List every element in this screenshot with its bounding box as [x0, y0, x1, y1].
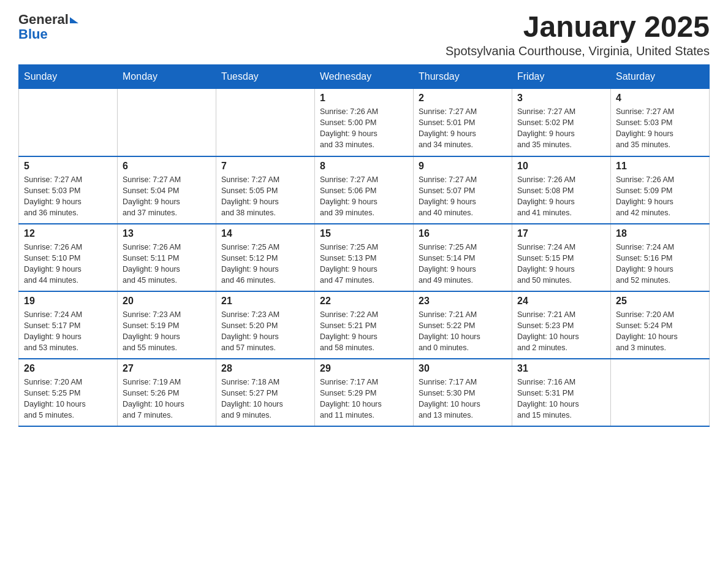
calendar-week-row: 1Sunrise: 7:26 AM Sunset: 5:00 PM Daylig…: [19, 89, 710, 156]
table-row: [19, 89, 118, 156]
table-row: 2Sunrise: 7:27 AM Sunset: 5:01 PM Daylig…: [414, 89, 512, 156]
day-info: Sunrise: 7:26 AM Sunset: 5:08 PM Dayligh…: [517, 174, 605, 219]
calendar-week-row: 5Sunrise: 7:27 AM Sunset: 5:03 PM Daylig…: [19, 156, 710, 224]
table-row: 27Sunrise: 7:19 AM Sunset: 5:26 PM Dayli…: [118, 359, 216, 426]
day-number: 4: [616, 93, 704, 104]
day-number: 23: [419, 296, 507, 307]
day-number: 7: [221, 161, 309, 172]
day-info: Sunrise: 7:25 AM Sunset: 5:12 PM Dayligh…: [221, 242, 309, 286]
table-row: 13Sunrise: 7:26 AM Sunset: 5:11 PM Dayli…: [118, 224, 216, 291]
table-row: 10Sunrise: 7:26 AM Sunset: 5:08 PM Dayli…: [512, 156, 611, 224]
day-number: 9: [419, 161, 507, 172]
day-info: Sunrise: 7:21 AM Sunset: 5:22 PM Dayligh…: [419, 309, 507, 354]
day-info: Sunrise: 7:27 AM Sunset: 5:02 PM Dayligh…: [517, 106, 605, 151]
col-monday: Monday: [118, 65, 216, 89]
day-info: Sunrise: 7:27 AM Sunset: 5:06 PM Dayligh…: [320, 174, 408, 219]
day-info: Sunrise: 7:20 AM Sunset: 5:25 PM Dayligh…: [24, 377, 112, 421]
day-number: 21: [221, 296, 309, 307]
table-row: 26Sunrise: 7:20 AM Sunset: 5:25 PM Dayli…: [19, 359, 118, 426]
day-number: 13: [123, 228, 211, 239]
day-info: Sunrise: 7:17 AM Sunset: 5:30 PM Dayligh…: [419, 377, 507, 421]
table-row: 9Sunrise: 7:27 AM Sunset: 5:07 PM Daylig…: [414, 156, 512, 224]
day-number: 12: [24, 228, 112, 239]
day-info: Sunrise: 7:25 AM Sunset: 5:14 PM Dayligh…: [419, 242, 507, 286]
table-row: 24Sunrise: 7:21 AM Sunset: 5:23 PM Dayli…: [512, 291, 611, 359]
day-number: 30: [419, 363, 507, 374]
title-block: January 2025 Spotsylvania Courthouse, Vi…: [446, 12, 710, 58]
day-number: 20: [123, 296, 211, 307]
day-info: Sunrise: 7:27 AM Sunset: 5:07 PM Dayligh…: [419, 174, 507, 219]
table-row: 23Sunrise: 7:21 AM Sunset: 5:22 PM Dayli…: [414, 291, 512, 359]
calendar-table: Sunday Monday Tuesday Wednesday Thursday…: [18, 64, 710, 427]
day-info: Sunrise: 7:27 AM Sunset: 5:03 PM Dayligh…: [24, 174, 112, 219]
calendar-week-row: 26Sunrise: 7:20 AM Sunset: 5:25 PM Dayli…: [19, 359, 710, 426]
day-info: Sunrise: 7:20 AM Sunset: 5:24 PM Dayligh…: [616, 309, 704, 354]
day-number: 17: [517, 228, 605, 239]
day-info: Sunrise: 7:23 AM Sunset: 5:19 PM Dayligh…: [123, 309, 211, 354]
table-row: 22Sunrise: 7:22 AM Sunset: 5:21 PM Dayli…: [315, 291, 414, 359]
col-sunday: Sunday: [19, 65, 118, 89]
day-info: Sunrise: 7:19 AM Sunset: 5:26 PM Dayligh…: [123, 377, 211, 421]
day-info: Sunrise: 7:21 AM Sunset: 5:23 PM Dayligh…: [517, 309, 605, 354]
col-tuesday: Tuesday: [216, 65, 315, 89]
day-info: Sunrise: 7:23 AM Sunset: 5:20 PM Dayligh…: [221, 309, 309, 354]
table-row: 29Sunrise: 7:17 AM Sunset: 5:29 PM Dayli…: [315, 359, 414, 426]
table-row: 17Sunrise: 7:24 AM Sunset: 5:15 PM Dayli…: [512, 224, 611, 291]
day-number: 27: [123, 363, 211, 374]
table-row: 15Sunrise: 7:25 AM Sunset: 5:13 PM Dayli…: [315, 224, 414, 291]
day-number: 18: [616, 228, 704, 239]
day-info: Sunrise: 7:22 AM Sunset: 5:21 PM Dayligh…: [320, 309, 408, 354]
table-row: 8Sunrise: 7:27 AM Sunset: 5:06 PM Daylig…: [315, 156, 414, 224]
day-number: 24: [517, 296, 605, 307]
calendar-title: January 2025: [446, 12, 710, 42]
logo-line2: Blue: [18, 27, 77, 42]
day-info: Sunrise: 7:27 AM Sunset: 5:03 PM Dayligh…: [616, 106, 704, 151]
table-row: 5Sunrise: 7:27 AM Sunset: 5:03 PM Daylig…: [19, 156, 118, 224]
table-row: 16Sunrise: 7:25 AM Sunset: 5:14 PM Dayli…: [414, 224, 512, 291]
table-row: 30Sunrise: 7:17 AM Sunset: 5:30 PM Dayli…: [414, 359, 512, 426]
day-number: 5: [24, 161, 112, 172]
logo: General Blue: [18, 12, 77, 42]
day-number: 26: [24, 363, 112, 374]
calendar-week-row: 12Sunrise: 7:26 AM Sunset: 5:10 PM Dayli…: [19, 224, 710, 291]
day-info: Sunrise: 7:26 AM Sunset: 5:00 PM Dayligh…: [320, 106, 408, 151]
table-row: 31Sunrise: 7:16 AM Sunset: 5:31 PM Dayli…: [512, 359, 611, 426]
col-thursday: Thursday: [414, 65, 512, 89]
col-friday: Friday: [512, 65, 611, 89]
calendar-week-row: 19Sunrise: 7:24 AM Sunset: 5:17 PM Dayli…: [19, 291, 710, 359]
table-row: 18Sunrise: 7:24 AM Sunset: 5:16 PM Dayli…: [611, 224, 710, 291]
day-number: 6: [123, 161, 211, 172]
day-info: Sunrise: 7:24 AM Sunset: 5:16 PM Dayligh…: [616, 242, 704, 286]
col-wednesday: Wednesday: [315, 65, 414, 89]
table-row: 3Sunrise: 7:27 AM Sunset: 5:02 PM Daylig…: [512, 89, 611, 156]
day-info: Sunrise: 7:26 AM Sunset: 5:11 PM Dayligh…: [123, 242, 211, 286]
day-info: Sunrise: 7:18 AM Sunset: 5:27 PM Dayligh…: [221, 377, 309, 421]
day-info: Sunrise: 7:24 AM Sunset: 5:15 PM Dayligh…: [517, 242, 605, 286]
day-number: 19: [24, 296, 112, 307]
table-row: 11Sunrise: 7:26 AM Sunset: 5:09 PM Dayli…: [611, 156, 710, 224]
table-row: 1Sunrise: 7:26 AM Sunset: 5:00 PM Daylig…: [315, 89, 414, 156]
logo-line1: General: [18, 12, 77, 27]
day-number: 2: [419, 93, 507, 104]
table-row: 6Sunrise: 7:27 AM Sunset: 5:04 PM Daylig…: [118, 156, 216, 224]
day-number: 28: [221, 363, 309, 374]
day-number: 10: [517, 161, 605, 172]
table-row: [611, 359, 710, 426]
day-info: Sunrise: 7:27 AM Sunset: 5:01 PM Dayligh…: [419, 106, 507, 151]
table-row: 4Sunrise: 7:27 AM Sunset: 5:03 PM Daylig…: [611, 89, 710, 156]
logo-triangle-icon: [70, 17, 78, 23]
page-header: General Blue January 2025 Spotsylvania C…: [18, 12, 710, 58]
day-number: 16: [419, 228, 507, 239]
day-number: 25: [616, 296, 704, 307]
table-row: 7Sunrise: 7:27 AM Sunset: 5:05 PM Daylig…: [216, 156, 315, 224]
day-number: 1: [320, 93, 408, 104]
col-saturday: Saturday: [611, 65, 710, 89]
table-row: 21Sunrise: 7:23 AM Sunset: 5:20 PM Dayli…: [216, 291, 315, 359]
day-info: Sunrise: 7:27 AM Sunset: 5:04 PM Dayligh…: [123, 174, 211, 219]
day-info: Sunrise: 7:26 AM Sunset: 5:09 PM Dayligh…: [616, 174, 704, 219]
day-info: Sunrise: 7:25 AM Sunset: 5:13 PM Dayligh…: [320, 242, 408, 286]
table-row: 28Sunrise: 7:18 AM Sunset: 5:27 PM Dayli…: [216, 359, 315, 426]
table-row: 12Sunrise: 7:26 AM Sunset: 5:10 PM Dayli…: [19, 224, 118, 291]
day-number: 31: [517, 363, 605, 374]
table-row: 19Sunrise: 7:24 AM Sunset: 5:17 PM Dayli…: [19, 291, 118, 359]
